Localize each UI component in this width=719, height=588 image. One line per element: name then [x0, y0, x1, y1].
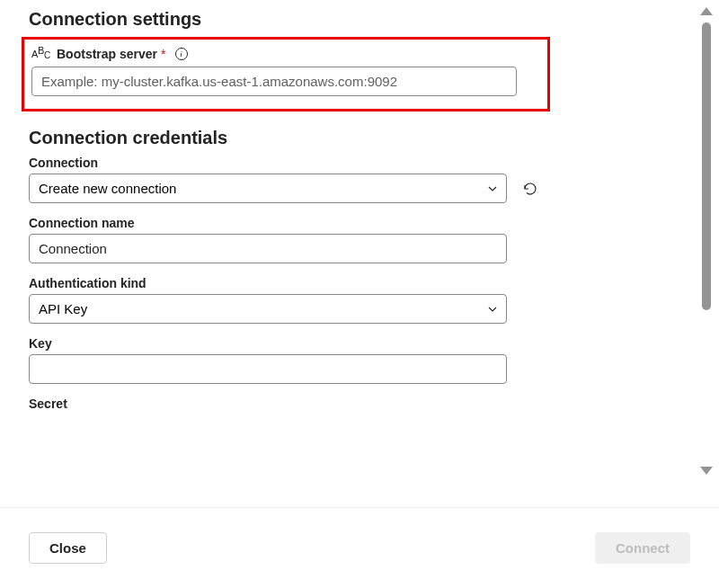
authentication-kind-label: Authentication kind [29, 276, 685, 290]
text-type-icon: B [31, 47, 51, 61]
secret-label: Secret [29, 396, 685, 411]
connection-name-input[interactable] [29, 234, 507, 263]
close-button[interactable]: Close [29, 532, 107, 564]
connection-name-label: Connection name [29, 216, 685, 230]
connect-button[interactable]: Connect [595, 532, 690, 564]
connection-settings-heading: Connection settings [29, 9, 685, 30]
scroll-up-icon[interactable] [700, 7, 713, 15]
info-icon[interactable]: i [175, 48, 188, 60]
scroll-thumb[interactable] [702, 22, 711, 310]
bootstrap-server-highlight: B Bootstrap server * i [22, 37, 550, 111]
dialog-footer: Close Connect [0, 507, 719, 588]
key-input[interactable] [29, 354, 507, 384]
scroll-down-icon[interactable] [700, 467, 713, 475]
scrollbar[interactable] [696, 7, 717, 475]
bootstrap-server-input[interactable] [31, 67, 517, 96]
key-label: Key [29, 336, 685, 351]
bootstrap-server-label: Bootstrap server [57, 47, 157, 61]
connection-label: Connection [29, 156, 685, 170]
connection-credentials-heading: Connection credentials [29, 128, 685, 148]
authentication-kind-select[interactable]: API Key [29, 294, 507, 324]
refresh-icon[interactable] [521, 180, 539, 198]
connection-select[interactable]: Create new connection [29, 174, 507, 203]
required-indicator: * [161, 47, 165, 61]
